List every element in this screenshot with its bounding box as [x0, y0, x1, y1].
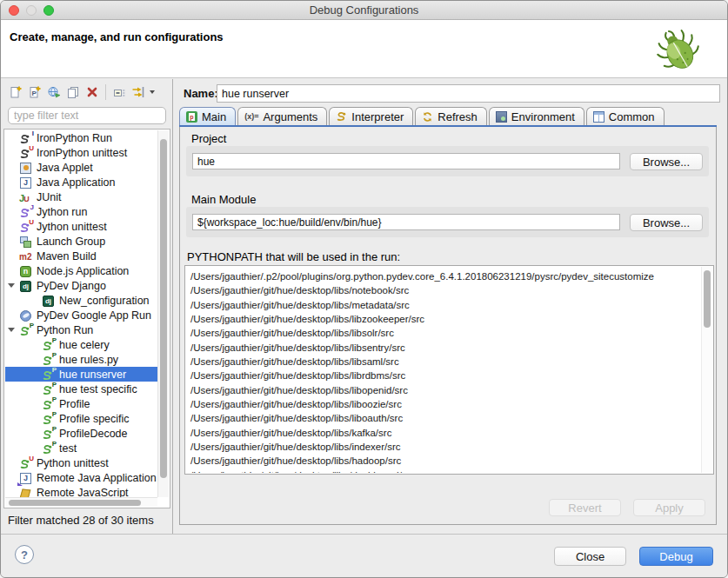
tree-item-python-run[interactable]: PPython Run	[5, 322, 157, 337]
tab-bar: p Main (x)= Arguments Interpreter Refres…	[179, 106, 717, 127]
minimize-window-button[interactable]	[26, 5, 37, 16]
tree-item-launch-group[interactable]: Launch Group	[5, 234, 157, 249]
collapse-all-icon[interactable]	[110, 83, 129, 101]
tree-item-jython-run[interactable]: JJython run	[5, 204, 157, 219]
main-module-input[interactable]	[192, 214, 620, 230]
tree-item-ironpython-unittest[interactable]: UIronPython unittest	[5, 145, 157, 160]
new-configuration-icon[interactable]	[6, 83, 25, 101]
tree-item-hue-test-specific[interactable]: Phue test specific	[5, 382, 157, 396]
jython-icon: J	[19, 205, 35, 219]
tree-item-maven-build[interactable]: m2Maven Build	[5, 249, 157, 263]
zoom-window-button[interactable]	[43, 5, 54, 16]
toolbar-separator	[105, 84, 106, 100]
filter-launch-configurations-icon[interactable]	[129, 83, 148, 101]
pythonpath-list[interactable]: /Users/jgauthier/.p2/pool/plugins/org.py…	[184, 265, 714, 475]
launch-group-icon	[19, 235, 35, 249]
tab-common[interactable]: Common	[586, 107, 665, 125]
tree-item-java-application[interactable]: JJava Application	[5, 175, 157, 189]
arguments-tab-icon: (x)=	[244, 112, 258, 121]
name-label: Name:	[184, 87, 218, 100]
tree-item-hue-celery[interactable]: Phue celery	[5, 337, 157, 352]
maven-icon: m2	[19, 249, 35, 263]
delete-configuration-icon[interactable]	[83, 83, 102, 101]
tree-horizontal-scrollbar[interactable]	[5, 497, 157, 507]
tab-arguments[interactable]: (x)= Arguments	[237, 107, 327, 125]
revert-button: Revert	[549, 499, 621, 516]
apply-button: Apply	[633, 499, 705, 516]
export-configurations-icon[interactable]	[44, 83, 63, 101]
bug-icon	[652, 23, 705, 76]
pythonpath-entry: /Users/jgauthier/git/hue/desktop/libs/li…	[186, 369, 701, 382]
remote-java-icon: J	[19, 471, 35, 485]
tree-item-hue-rules-py[interactable]: Phue rules.py	[5, 352, 157, 367]
main-module-browse-button[interactable]: Browse...	[630, 214, 703, 231]
java-application-icon: J	[19, 176, 35, 189]
tree-item-remote-java-application[interactable]: JRemote Java Application	[5, 470, 157, 485]
window-title: Debug Configurations	[310, 3, 419, 17]
tree-item-python-unittest[interactable]: UPython unittest	[5, 455, 157, 470]
project-group: Browse...	[186, 146, 709, 176]
tree-item-profiledecode[interactable]: PProfileDecode	[5, 426, 157, 441]
name-row: Name:	[177, 84, 727, 103]
tree-item-new-configuration[interactable]: djNew_configuration	[5, 293, 157, 308]
tree-item-pydev-django[interactable]: djPyDev Django	[5, 278, 157, 293]
ironpython-unittest-icon: U	[19, 146, 35, 160]
tab-interpreter[interactable]: Interpreter	[329, 107, 413, 125]
interpreter-tab-icon	[336, 111, 347, 123]
tree-item-java-applet[interactable]: Java Applet	[5, 160, 157, 175]
tab-environment[interactable]: Environment	[489, 107, 584, 125]
python-icon: P	[42, 353, 57, 367]
django-icon: dj	[19, 279, 35, 293]
pythonpath-entry: /Users/jgauthier/git/hue/desktop/libs/li…	[186, 411, 701, 425]
main-tab-content: Project Browse... Main Module Browse... …	[179, 127, 717, 525]
tree-item-jython-unittest[interactable]: UJython unittest	[5, 219, 157, 234]
tree-vertical-scrollbar[interactable]	[157, 130, 169, 497]
configurations-tree: IIronPython Run UIronPython unittest Jav…	[3, 129, 170, 508]
junit-icon: JU	[19, 190, 35, 204]
pythonpath-entry: /Users/jgauthier/git/hue/desktop/libs/da…	[186, 468, 701, 473]
close-button[interactable]: Close	[554, 547, 626, 566]
tree-item-profile[interactable]: PProfile	[5, 396, 157, 411]
expand-arrow-icon[interactable]	[8, 283, 15, 288]
project-browse-button[interactable]: Browse...	[630, 153, 703, 170]
tree-item-ironpython-run[interactable]: IIronPython Run	[5, 130, 157, 145]
help-button[interactable]: ?	[15, 545, 34, 564]
pythonpath-entry: /Users/jgauthier/git/hue/desktop/libs/li…	[186, 397, 701, 411]
tree-item-profile-specific[interactable]: PProfile specific	[5, 411, 157, 426]
nodejs-icon: n	[19, 264, 35, 278]
tree-item-remote-javascript[interactable]: Remote JavaScript	[5, 485, 157, 497]
titlebar[interactable]: Debug Configurations	[1, 1, 727, 20]
tree-item-nodejs-application[interactable]: nNode.js Application	[5, 263, 157, 278]
name-input[interactable]	[217, 84, 720, 103]
refresh-tab-icon	[422, 111, 433, 123]
tree-item-pydev-google-app-run[interactable]: PyDev Google App Run	[5, 308, 157, 322]
pythonpath-vertical-scrollbar[interactable]	[701, 267, 712, 473]
tree-item-hue-runserver[interactable]: Phue runserver	[5, 367, 157, 382]
new-prototype-icon[interactable]: P	[25, 83, 44, 101]
pythonpath-entry: /Users/jgauthier/git/hue/desktop/libs/me…	[186, 298, 701, 312]
tab-main[interactable]: p Main	[179, 107, 236, 125]
tab-refresh[interactable]: Refresh	[415, 107, 487, 125]
tree-item-junit[interactable]: JUJUnit	[5, 189, 157, 204]
python-icon: P	[42, 368, 57, 382]
close-window-button[interactable]	[9, 5, 19, 16]
filter-menu-chevron-down-icon[interactable]	[150, 90, 155, 94]
debug-button[interactable]: Debug	[639, 547, 713, 566]
python-icon: P	[42, 412, 57, 426]
environment-tab-icon	[496, 111, 507, 123]
expand-arrow-icon[interactable]	[8, 328, 15, 332]
dialog-header-title: Create, manage, and run configurations	[1, 20, 727, 43]
pythonpath-entry: /Users/jgauthier/git/hue/desktop/libs/li…	[186, 312, 701, 326]
jython-unittest-icon: U	[19, 220, 35, 234]
remote-javascript-icon	[19, 486, 35, 498]
google-app-engine-icon	[19, 309, 35, 322]
filter-input[interactable]	[8, 107, 166, 124]
tree-item-test[interactable]: Ptest	[5, 441, 157, 455]
django-icon: dj	[42, 294, 57, 308]
debug-configurations-dialog: Debug Configurations Create, manage, and…	[0, 0, 728, 578]
configurations-toolbar: P	[6, 82, 155, 103]
python-icon: P	[19, 323, 35, 337]
python-unittest-icon: U	[19, 456, 35, 470]
duplicate-configuration-icon[interactable]	[63, 83, 83, 101]
project-input[interactable]	[192, 153, 620, 169]
